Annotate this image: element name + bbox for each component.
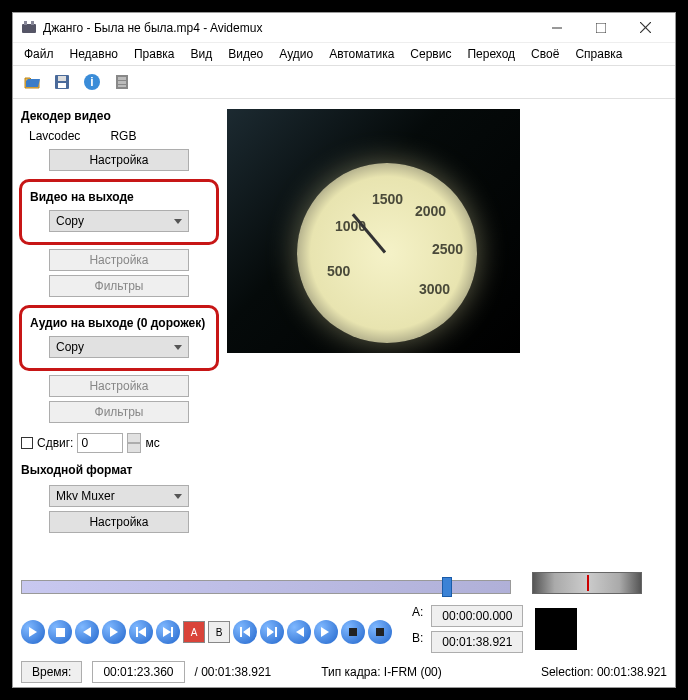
- menu-view[interactable]: Вид: [184, 44, 220, 64]
- timeline-slider[interactable]: [21, 580, 511, 594]
- next-cut-button[interactable]: [314, 620, 338, 644]
- minimize-button[interactable]: [535, 14, 579, 42]
- time-value[interactable]: 00:01:23.360: [92, 661, 184, 683]
- menu-recent[interactable]: Недавно: [63, 44, 125, 64]
- audio-filters-button[interactable]: Фильтры: [49, 401, 189, 423]
- selection-label: Selection: 00:01:38.921: [541, 665, 667, 679]
- floppy-icon: [53, 73, 71, 91]
- close-button[interactable]: [623, 14, 667, 42]
- shift-checkbox[interactable]: [21, 437, 33, 449]
- maximize-button[interactable]: [579, 14, 623, 42]
- titlebar: Джанго - Была не была.mp4 - Avidemux: [13, 13, 675, 43]
- svg-rect-16: [56, 628, 65, 637]
- svg-rect-13: [118, 77, 126, 80]
- time-total: / 00:01:38.921: [195, 665, 272, 679]
- prev-black-button[interactable]: [341, 620, 365, 644]
- playback-controls: A B: [21, 620, 392, 644]
- svg-rect-9: [58, 83, 66, 88]
- audio-output-group: Аудио на выходе (0 дорожек) Copy: [19, 305, 219, 371]
- info-button[interactable]: i: [79, 69, 105, 95]
- menubar: Файл Недавно Правка Вид Видео Аудио Авто…: [13, 43, 675, 65]
- tick-2500: 2500: [432, 241, 463, 257]
- filmstrip-icon: [113, 73, 131, 91]
- audio-out-label: Аудио на выходе (0 дорожек): [30, 316, 210, 330]
- menu-audio[interactable]: Аудио: [272, 44, 320, 64]
- video-filters-button[interactable]: Фильтры: [49, 275, 189, 297]
- last-icon: [267, 627, 277, 637]
- next-cut-icon: [321, 627, 331, 637]
- nav-wheel[interactable]: [532, 572, 642, 594]
- prev-cut-icon: [294, 627, 304, 637]
- prev-key-button[interactable]: [129, 620, 153, 644]
- decoder-colorspace: RGB: [110, 129, 136, 143]
- svg-text:i: i: [90, 75, 93, 89]
- calc-button[interactable]: [109, 69, 135, 95]
- shift-value: 0: [81, 436, 88, 450]
- info-icon: i: [83, 73, 101, 91]
- tick-1500: 1500: [372, 191, 403, 207]
- menu-go[interactable]: Переход: [460, 44, 522, 64]
- mark-b-button[interactable]: B: [208, 621, 230, 643]
- video-out-value: Copy: [56, 214, 84, 228]
- shift-down[interactable]: [127, 443, 141, 453]
- tick-3000: 3000: [419, 281, 450, 297]
- prev-cut-button[interactable]: [287, 620, 311, 644]
- next-black-icon: [375, 627, 385, 637]
- first-icon: [240, 627, 250, 637]
- tick-500: 500: [327, 263, 350, 279]
- folder-open-icon: [23, 73, 41, 91]
- format-label: Выходной формат: [21, 463, 219, 477]
- audio-out-select[interactable]: Copy: [49, 336, 189, 358]
- svg-rect-15: [118, 85, 126, 87]
- b-label: B:: [412, 631, 423, 653]
- stop-button[interactable]: [48, 620, 72, 644]
- decoder-setup-button[interactable]: Настройка: [49, 149, 189, 171]
- format-value: Mkv Muxer: [56, 489, 115, 503]
- b-value: 00:01:38.921: [431, 631, 523, 653]
- video-output-group: Видео на выходе Copy: [19, 179, 219, 245]
- audio-out-value: Copy: [56, 340, 84, 354]
- menu-auto[interactable]: Автоматика: [322, 44, 401, 64]
- mark-a-button[interactable]: A: [183, 621, 205, 643]
- svg-rect-17: [349, 628, 357, 636]
- timeline-thumb[interactable]: [442, 577, 452, 597]
- menu-edit[interactable]: Правка: [127, 44, 182, 64]
- menu-video[interactable]: Видео: [221, 44, 270, 64]
- audio-setup-button[interactable]: Настройка: [49, 375, 189, 397]
- shift-label: Сдвиг:: [37, 436, 73, 450]
- menu-custom[interactable]: Своё: [524, 44, 566, 64]
- format-setup-button[interactable]: Настройка: [49, 511, 189, 533]
- play-button[interactable]: [21, 620, 45, 644]
- toolbar: i: [13, 65, 675, 99]
- video-setup-button[interactable]: Настройка: [49, 249, 189, 271]
- menu-help[interactable]: Справка: [568, 44, 629, 64]
- goto-a-button[interactable]: [233, 620, 257, 644]
- svg-rect-4: [596, 23, 606, 33]
- next-key-button[interactable]: [156, 620, 180, 644]
- shift-unit: мс: [145, 436, 159, 450]
- svg-rect-1: [24, 21, 27, 25]
- video-out-select[interactable]: Copy: [49, 210, 189, 232]
- svg-rect-8: [58, 76, 66, 81]
- next-black-button[interactable]: [368, 620, 392, 644]
- prev-frame-button[interactable]: [75, 620, 99, 644]
- menu-file[interactable]: Файл: [17, 44, 61, 64]
- open-button[interactable]: [19, 69, 45, 95]
- format-select[interactable]: Mkv Muxer: [49, 485, 189, 507]
- svg-rect-2: [31, 21, 34, 25]
- prev-key-icon: [136, 627, 146, 637]
- next-icon: [109, 627, 119, 637]
- next-frame-button[interactable]: [102, 620, 126, 644]
- shift-up[interactable]: [127, 433, 141, 443]
- svg-rect-14: [118, 81, 126, 84]
- goto-b-button[interactable]: [260, 620, 284, 644]
- shift-input[interactable]: 0: [77, 433, 123, 453]
- save-button[interactable]: [49, 69, 75, 95]
- stop-icon: [56, 628, 65, 637]
- app-window: Джанго - Была не была.mp4 - Avidemux Фай…: [12, 12, 676, 688]
- menu-tools[interactable]: Сервис: [403, 44, 458, 64]
- svg-rect-18: [376, 628, 384, 636]
- gauge: 500 1000 1500 2000 2500 3000: [297, 163, 477, 343]
- bottom-panel: A B A:00:00:00.000 B:00:01:38.921 Время:…: [13, 568, 675, 687]
- video-preview: 500 1000 1500 2000 2500 3000: [227, 109, 520, 353]
